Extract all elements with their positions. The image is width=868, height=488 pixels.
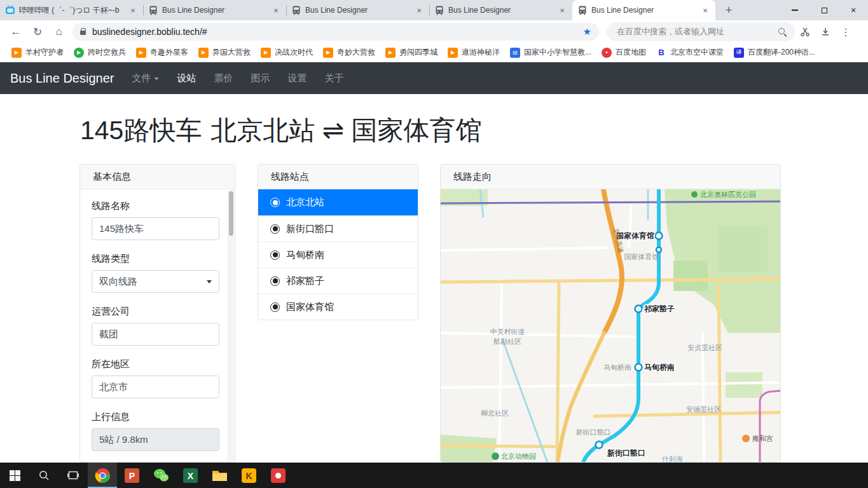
line-type-select[interactable]: 双向线路 [92,270,219,293]
bookmark-item[interactable]: ▶异国大营救 [193,47,256,58]
water-label: 什刹海 [661,455,683,463]
bookmark-star-icon[interactable]: ★ [583,26,591,37]
back-button[interactable]: ← [5,25,27,38]
scrollbar-thumb[interactable] [229,191,233,236]
station-name: 北京北站 [286,196,324,208]
tv-orange-icon: ▶ [136,48,146,58]
station-radio-icon [270,276,280,286]
minimize-button[interactable] [780,0,809,20]
tab-title: Bus Line Designer [448,6,553,15]
bookmark-item[interactable]: •百度地图 [596,47,651,58]
nav-item-label: 图示 [251,72,270,85]
nav-item-diagram[interactable]: 图示 [242,72,279,85]
park-patch [718,225,768,272]
page-title: 145路快车北京北站 ⇌ 国家体育馆 [80,113,482,148]
nav-item-stations[interactable]: 设站 [168,72,205,85]
bus-favicon-icon [434,5,444,15]
bookmark-item[interactable]: ▶奇妙大营救 [318,47,380,58]
station-label: 马甸桥南 [644,363,675,372]
nav-item-settings[interactable]: 设置 [279,72,315,85]
bookmark-item[interactable]: ▶羊村守护者 [6,47,69,58]
brand-link[interactable]: Bus Line Designer [10,71,114,86]
form-group: 运营公司截团 [92,306,223,346]
taskbar-recorder-button[interactable] [263,463,293,488]
powerpoint-icon: P [125,468,139,483]
bookmark-item[interactable]: ▤国家中小学智慧教... [505,47,596,58]
tab-close-icon[interactable]: × [128,6,138,15]
nav-menu: 文件设站票价图示设置关于 [123,72,352,85]
area-label: 马甸桥南 [603,363,631,371]
taskbar-start-button[interactable] [0,463,29,488]
home-button[interactable]: ⌂ [48,25,70,38]
search-input[interactable]: 在百度中搜索，或者输入网址 [607,22,795,41]
bookmark-item[interactable]: 译百度翻译-200种语... [729,47,820,58]
line-name-title: 145路快车 [80,116,202,145]
taskbar-search-button[interactable] [29,463,59,488]
tab-close-icon[interactable]: × [271,6,281,15]
station-item[interactable]: 祁家豁子 [258,268,418,294]
zoo-poi-icon [492,452,499,460]
nav-item-label: 设置 [287,72,307,85]
tab-close-icon[interactable]: × [557,6,567,15]
region-input[interactable]: 北京市 [92,376,219,398]
taskbar-app-k-button[interactable]: K [234,463,263,488]
browser-tab[interactable]: Bus Line Designer× [429,0,572,20]
tab-list: 哔哩哔哩 (゜-゜)つロ 干杯~-b×Bus Line Designer×Bus… [0,0,715,20]
stations-card: 线路站点 北京北站新街口豁口马甸桥南祁家豁子国家体育馆 [258,164,418,320]
bookmark-item[interactable]: B北京市空中课堂 [651,47,729,58]
taskbar-explorer-button[interactable] [205,463,234,488]
poi-label: 雍和宫 [752,435,773,442]
poi-label: 北京动物园 [500,452,536,460]
browser-tab[interactable]: 哔哩哔哩 (゜-゜)つロ 干杯~-b× [0,0,143,20]
bookmark-item[interactable]: ▶遨游神秘洋 [443,47,505,58]
nav-item-fare[interactable]: 票价 [205,72,242,85]
operator-input[interactable]: 截团 [92,323,219,346]
new-tab-button[interactable]: + [719,1,738,19]
station-item[interactable]: 国家体育馆 [258,294,418,320]
station-item[interactable]: 马甸桥南 [258,241,418,268]
downloads-icon[interactable] [815,27,836,37]
bookmark-item[interactable]: ▶勇闯四季城 [380,47,443,58]
map-canvas[interactable]: 北京奥林匹克公园 国家体育馆 国家体育馆 祁家豁子 马甸桥南 马甸桥南 新街口豁… [441,189,780,463]
browser-menu-icon[interactable]: ⋮ [836,26,856,38]
tab-close-icon[interactable]: × [700,6,710,15]
search-icon[interactable] [778,27,787,37]
map-header: 线路走向 [441,165,780,189]
refresh-button[interactable]: ↻ [27,25,48,39]
taskbar-excel-button[interactable]: X [176,463,205,488]
browser-tab[interactable]: Bus Line Designer× [143,0,286,20]
maximize-button[interactable] [809,0,839,20]
taskbar-powerpoint-button[interactable]: P [117,463,146,488]
nav-item-file[interactable]: 文件 [123,72,168,85]
station-item[interactable]: 新街口豁口 [258,215,418,241]
browser-tab[interactable]: Bus Line Designer× [286,0,429,20]
taskbar-task-view-button[interactable] [59,463,88,488]
scrollbar-track[interactable] [228,190,234,461]
bookmark-label: 百度翻译-200种语... [748,47,815,58]
map-stop-dot [656,247,661,252]
map-station-marker [635,364,642,371]
screenshot-extension-icon[interactable] [795,27,815,37]
bookmark-label: 奇趣外星客 [150,47,188,58]
taskbar-wechat-button[interactable] [146,463,176,488]
form-group: 线路类型双向线路 [92,253,223,293]
nav-item-about[interactable]: 关于 [315,72,352,85]
taskbar-chrome-button[interactable] [88,463,117,488]
url-field[interactable]: buslinedesigner.bobliu.tech/# ★ [72,23,599,41]
station-name: 新街口豁口 [286,223,334,235]
maximize-icon [822,8,827,13]
secure-lock-icon[interactable] [80,30,86,35]
bookmark-item[interactable]: ▶奇趣外星客 [131,47,193,58]
bus-favicon-icon [291,5,301,15]
line-name-input[interactable]: 145路快车 [92,217,219,240]
station-item[interactable]: 北京北站 [258,189,418,215]
svg-text:K: K [245,470,252,480]
bookmark-label: 北京市空中课堂 [670,47,724,58]
tab-close-icon[interactable]: × [414,6,424,15]
bookmark-item[interactable]: ▶跨时空救兵 [69,47,131,58]
browser-address-bar: ← ↻ ⌂ buslinedesigner.bobliu.tech/# ★ 在百… [0,20,868,43]
bookmark-item[interactable]: ▶决战次时代 [256,47,318,58]
play-green-icon: ▶ [74,48,84,58]
browser-tab[interactable]: Bus Line Designer× [572,0,715,20]
close-button[interactable]: × [839,0,868,20]
